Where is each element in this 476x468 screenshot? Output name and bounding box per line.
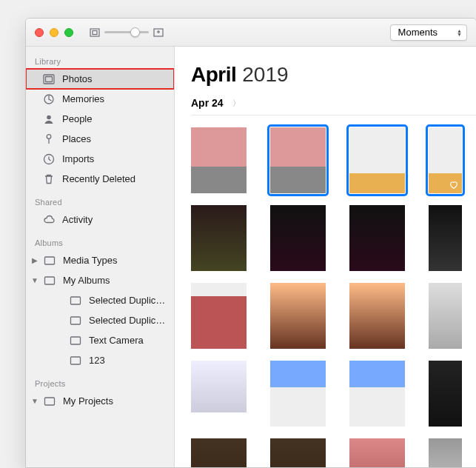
sidebar-label: Recently Deleted [62,173,174,184]
toolbar-zoom-controls [90,28,164,37]
section-header-library: Library [26,53,174,69]
photos-icon [42,73,56,86]
photo-thumbnail[interactable] [270,283,326,349]
album-icon [69,314,82,327]
sidebar-label: Activity [62,214,174,225]
chevron-down-icon[interactable]: ▼ [30,276,39,284]
zoom-slider[interactable] [104,31,149,33]
svg-rect-1 [93,30,97,34]
memories-icon [42,93,56,106]
photo-row [191,127,476,193]
sidebar-label: Memories [62,93,174,104]
photo-row [191,205,476,271]
sidebar-label: People [62,113,174,124]
date-subheader[interactable]: Apr 24 〉 [191,97,476,116]
photo-thumbnail[interactable] [270,361,326,427]
svg-point-3 [158,30,159,32]
svg-rect-11 [45,277,55,284]
album-icon [43,274,56,287]
photo-thumbnail[interactable] [349,127,405,193]
sidebar-item-memories[interactable]: Memories [26,89,174,109]
section-header-projects: Projects [26,375,174,391]
trash-icon [42,173,56,186]
photo-thumbnail[interactable] [191,361,247,412]
sidebar-item-imports[interactable]: Imports [26,149,174,169]
fullscreen-window-button[interactable] [64,28,73,37]
photo-thumbnail[interactable] [270,127,326,193]
svg-rect-14 [71,337,81,344]
dropdown-stepper-icon: ▲▼ [457,29,462,36]
svg-point-8 [47,134,51,138]
minimize-window-button[interactable] [50,28,58,37]
chevron-right-icon: 〉 [232,98,241,109]
sidebar-item-photos[interactable]: Photos [26,69,174,89]
svg-rect-15 [71,357,81,364]
sidebar-label: My Albums [63,275,174,286]
photo-thumbnail[interactable] [429,438,462,467]
photo-thumbnail[interactable] [191,127,247,193]
sidebar-label: Imports [62,153,174,164]
album-icon [69,354,82,367]
sidebar-item-places[interactable]: Places [26,129,174,149]
traffic-lights [35,28,73,37]
svg-rect-16 [45,398,55,405]
zoom-grid-large-icon [153,28,164,37]
sidebar-label: 123 [89,355,174,366]
svg-rect-5 [46,76,53,81]
svg-rect-10 [45,257,55,264]
photo-thumbnail[interactable] [429,205,462,271]
svg-rect-13 [71,317,81,324]
chevron-down-icon[interactable]: ▼ [30,397,39,405]
svg-rect-12 [71,297,81,304]
page-title: April 2019 [191,63,476,87]
photo-thumbnail[interactable] [270,205,326,271]
svg-point-7 [47,115,51,119]
section-header-albums: Albums [26,234,174,250]
sidebar-item-recently-deleted[interactable]: Recently Deleted [26,169,174,189]
album-icon [43,395,56,408]
sidebar-item-album-child[interactable]: Selected Duplic… [26,310,174,330]
sidebar-item-album-child[interactable]: Text Camera [26,330,174,350]
photo-thumbnail[interactable] [191,283,247,349]
sidebar-item-media-types[interactable]: ▶ Media Types [26,250,174,270]
photo-thumbnail[interactable] [349,438,405,467]
section-header-shared: Shared [26,193,174,210]
close-window-button[interactable] [35,28,44,37]
sidebar-item-my-projects[interactable]: ▼ My Projects [26,391,174,411]
photo-row [191,283,476,349]
titlebar: Moments ▲▼ [26,19,476,47]
photo-thumbnail[interactable] [349,205,405,271]
photo-thumbnail[interactable] [349,283,405,349]
photo-thumbnail[interactable] [270,438,326,467]
sidebar-label: Text Camera [89,335,174,346]
photo-thumbnail[interactable] [429,361,462,427]
photo-thumbnail[interactable] [429,283,462,349]
photo-thumbnail[interactable] [349,361,405,427]
sidebar-item-activity[interactable]: Activity [26,210,174,230]
clock-icon [42,153,56,166]
sidebar-item-my-albums[interactable]: ▼ My Albums [26,270,174,290]
view-mode-dropdown[interactable]: Moments ▲▼ [390,24,467,41]
view-mode-label: Moments [398,27,438,38]
photo-thumbnail[interactable] [191,438,247,467]
svg-rect-0 [90,29,99,36]
sidebar: Library Photos Memories People Places Im… [26,47,175,467]
photo-row [191,438,476,467]
photo-thumbnail[interactable] [191,205,247,271]
pin-icon [42,133,56,146]
photo-thumbnail[interactable] [429,127,462,193]
sidebar-label: Selected Duplic… [89,295,174,306]
cloud-icon [42,213,56,227]
album-icon [69,294,82,307]
sidebar-item-album-child[interactable]: 123 [26,350,174,370]
sidebar-item-people[interactable]: People [26,109,174,129]
title-year: 2019 [242,63,288,87]
main-content: April 2019 Apr 24 〉 [175,47,476,467]
sidebar-label: My Projects [63,395,174,407]
people-icon [42,113,56,126]
photo-grid [191,127,476,467]
sidebar-label: Media Types [63,255,174,266]
sidebar-label: Photos [62,73,174,84]
sidebar-item-album-child[interactable]: Selected Duplic… [26,290,174,310]
chevron-right-icon[interactable]: ▶ [30,256,39,264]
